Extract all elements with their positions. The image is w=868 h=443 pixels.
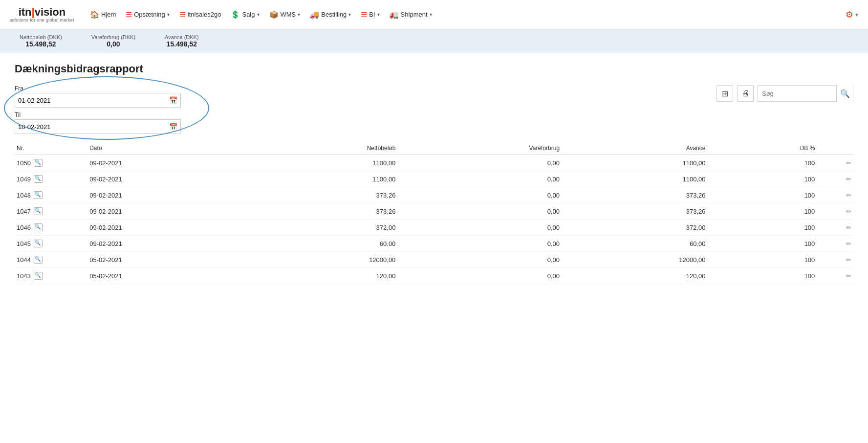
nav-item-itnlsales2go[interactable]: ☰ itnlsales2go bbox=[175, 7, 225, 22]
cell-db: 100 bbox=[708, 187, 817, 203]
cell-dato: 09-02-2021 bbox=[87, 187, 215, 203]
row-search-icon[interactable] bbox=[34, 207, 43, 215]
cell-action: ✏ bbox=[817, 171, 853, 187]
toolbar-right: ⊞ 🖨 🔍 bbox=[716, 85, 853, 102]
row-search-icon[interactable] bbox=[34, 240, 43, 247]
edit-icon[interactable]: ✏ bbox=[846, 272, 851, 280]
cell-action: ✏ bbox=[817, 252, 853, 268]
settings-gear-icon[interactable]: ⚙ bbox=[846, 9, 853, 20]
filter-toolbar-row: Fra 📅 Til 📅 ⊞ bbox=[15, 85, 853, 134]
edit-icon[interactable]: ✏ bbox=[846, 159, 851, 167]
menu-icon-opsaetning: ☰ bbox=[126, 10, 132, 19]
cell-netto: 1100,00 bbox=[215, 155, 397, 171]
row-nr-value: 1048 bbox=[17, 192, 31, 199]
nav-label-wms: WMS bbox=[281, 11, 296, 18]
search-wrapper: 🔍 bbox=[758, 85, 853, 102]
nav-item-shipment[interactable]: 🚛 Shipment ▾ bbox=[386, 7, 436, 22]
row-search-icon[interactable] bbox=[34, 272, 43, 280]
cell-vare: 0,00 bbox=[397, 171, 562, 187]
cell-netto: 1100,00 bbox=[215, 171, 397, 187]
cell-action: ✏ bbox=[817, 203, 853, 220]
grid-view-button[interactable]: ⊞ bbox=[716, 85, 733, 102]
summary-vare: Vareforbrug (DKK) 0,00 bbox=[91, 34, 135, 48]
cell-vare: 0,00 bbox=[397, 236, 562, 252]
til-field-group: Til 📅 bbox=[15, 111, 181, 134]
home-icon: 🏠 bbox=[90, 10, 99, 19]
summary-bar: Nettobeløb (DKK) 15.498,52 Vareforbrug (… bbox=[0, 29, 868, 53]
nav-item-hjem[interactable]: 🏠 Hjem bbox=[86, 7, 120, 22]
cell-avance: 1100,00 bbox=[562, 171, 707, 187]
search-button[interactable]: 🔍 bbox=[836, 85, 853, 102]
row-nr-value: 1049 bbox=[17, 176, 31, 183]
cell-vare: 0,00 bbox=[397, 187, 562, 203]
col-header-avance: Avance bbox=[562, 142, 707, 155]
fra-input[interactable] bbox=[18, 97, 169, 104]
cell-netto: 373,26 bbox=[215, 187, 397, 203]
data-table: Nr. Dato Nettobeløb Vareforbrug Avance D… bbox=[15, 142, 853, 284]
table-header-row: Nr. Dato Nettobeløb Vareforbrug Avance D… bbox=[15, 142, 853, 155]
row-search-icon[interactable] bbox=[34, 159, 43, 167]
nav-item-salg[interactable]: 💲 Salg ▾ bbox=[227, 7, 263, 22]
truck-icon: 🚚 bbox=[310, 10, 319, 19]
row-search-icon[interactable] bbox=[34, 256, 43, 264]
row-search-icon[interactable] bbox=[34, 175, 43, 183]
cell-action: ✏ bbox=[817, 155, 853, 171]
cell-db: 100 bbox=[708, 171, 817, 187]
row-search-icon[interactable] bbox=[34, 191, 43, 199]
cell-nr: 1044 bbox=[15, 252, 87, 268]
cell-avance: 372,00 bbox=[562, 220, 707, 236]
cell-netto: 120,00 bbox=[215, 268, 397, 284]
chevron-down-icon-opsaetning: ▾ bbox=[167, 12, 170, 17]
edit-icon[interactable]: ✏ bbox=[846, 192, 851, 199]
print-button[interactable]: 🖨 bbox=[737, 85, 754, 102]
summary-netto-label: Nettobeløb (DKK) bbox=[20, 34, 62, 40]
box-icon: 📦 bbox=[269, 10, 279, 19]
table-row: 1045 09-02-2021 60,00 0,00 60,00 100 ✏ bbox=[15, 236, 853, 252]
cell-action: ✏ bbox=[817, 268, 853, 284]
cell-db: 100 bbox=[708, 268, 817, 284]
summary-vare-value: 0,00 bbox=[107, 40, 120, 48]
cell-db: 100 bbox=[708, 203, 817, 220]
til-calendar-icon[interactable]: 📅 bbox=[169, 123, 177, 131]
edit-icon[interactable]: ✏ bbox=[846, 176, 851, 183]
profile-chevron-icon[interactable]: ▾ bbox=[855, 11, 858, 18]
edit-icon[interactable]: ✏ bbox=[846, 224, 851, 231]
til-input-wrapper: 📅 bbox=[15, 119, 181, 134]
edit-icon[interactable]: ✏ bbox=[846, 208, 851, 215]
til-label: Til bbox=[15, 111, 181, 118]
search-input[interactable] bbox=[758, 86, 836, 101]
col-header-netto: Nettobeløb bbox=[215, 142, 397, 155]
nav-label-bestilling: Bestilling bbox=[321, 11, 347, 18]
nav-item-opsaetning[interactable]: ☰ Opsætning ▾ bbox=[122, 7, 174, 22]
dollar-icon: 💲 bbox=[231, 10, 240, 19]
row-search-icon[interactable] bbox=[34, 223, 43, 231]
edit-icon[interactable]: ✏ bbox=[846, 240, 851, 247]
date-filter-container: Fra 📅 Til 📅 bbox=[15, 85, 181, 134]
cell-avance: 373,26 bbox=[562, 203, 707, 220]
edit-icon[interactable]: ✏ bbox=[846, 256, 851, 264]
col-header-nr: Nr. bbox=[15, 142, 87, 155]
logo-sub: solutions for one global market bbox=[10, 18, 74, 22]
fra-calendar-icon[interactable]: 📅 bbox=[169, 96, 177, 104]
table-row: 1043 05-02-2021 120,00 0,00 120,00 100 ✏ bbox=[15, 268, 853, 284]
cell-nr: 1049 bbox=[15, 171, 87, 187]
til-input[interactable] bbox=[18, 123, 169, 131]
nav-label-opsaetning: Opsætning bbox=[134, 11, 165, 18]
nav-item-wms[interactable]: 📦 WMS ▾ bbox=[265, 7, 304, 22]
cell-vare: 0,00 bbox=[397, 203, 562, 220]
table-row: 1048 09-02-2021 373,26 0,00 373,26 100 ✏ bbox=[15, 187, 853, 203]
chevron-down-icon-shipment: ▾ bbox=[430, 12, 432, 17]
cell-nr: 1046 bbox=[15, 220, 87, 236]
cell-nr: 1047 bbox=[15, 203, 87, 220]
nav-item-bi[interactable]: ☰ BI ▾ bbox=[357, 7, 383, 22]
cell-avance: 60,00 bbox=[562, 236, 707, 252]
cell-db: 100 bbox=[708, 155, 817, 171]
fra-field-group: Fra 📅 bbox=[15, 85, 181, 108]
nav-item-bestilling[interactable]: 🚚 Bestilling ▾ bbox=[306, 7, 355, 22]
row-nr-value: 1046 bbox=[17, 224, 31, 231]
cell-vare: 0,00 bbox=[397, 220, 562, 236]
cell-action: ✏ bbox=[817, 220, 853, 236]
cell-nr: 1050 bbox=[15, 155, 87, 171]
summary-netto-value: 15.498,52 bbox=[25, 40, 56, 48]
cell-nr: 1045 bbox=[15, 236, 87, 252]
